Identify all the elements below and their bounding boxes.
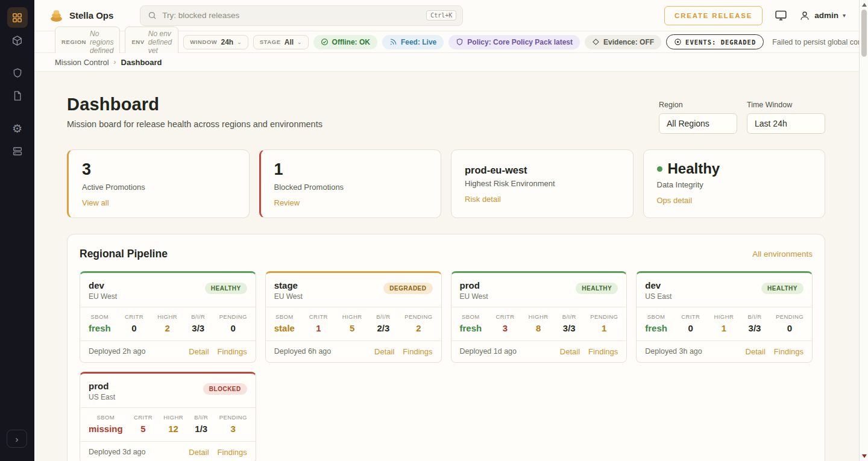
deployed-ago: Deployed 2h ago xyxy=(89,347,146,356)
review-link[interactable]: Review xyxy=(274,198,300,207)
metric-label: SBOM xyxy=(647,313,665,320)
chevron-down-icon: ⌄ xyxy=(237,39,242,45)
server-icon xyxy=(12,146,23,157)
evidence-status-chip[interactable]: Evidence: OFF xyxy=(585,35,661,49)
metric-label: PENDING xyxy=(404,313,432,320)
status-badge: HEALTHY xyxy=(576,283,618,294)
metric-label: PENDING xyxy=(590,313,618,320)
context-bar: REGION No regions defined ENV No env def… xyxy=(34,31,859,53)
search-input[interactable] xyxy=(162,11,421,20)
env-region: US East xyxy=(645,292,671,301)
env-name: dev xyxy=(645,280,671,290)
events-status-label: EVENTS: DEGRADED xyxy=(685,39,756,46)
healthy-dot xyxy=(657,166,662,172)
regional-pipeline-panel: Regional Pipeline All environments dev E… xyxy=(67,234,825,461)
user-name: admin xyxy=(814,11,838,20)
hive-logo-icon xyxy=(49,8,64,23)
app-window: ⚙ › Stella Ops Ctrl+K CREATE RELEASE xyxy=(0,0,859,461)
findings-link[interactable]: Findings xyxy=(588,347,618,356)
metric-value-sbom: fresh xyxy=(460,323,482,333)
summary-label: Blocked Promotions xyxy=(274,183,428,192)
gear-icon: ⚙ xyxy=(12,122,22,136)
user-menu[interactable]: admin ▾ xyxy=(799,10,846,21)
sidebar-expand-button[interactable]: › xyxy=(7,430,27,448)
metric-value-critr: 0 xyxy=(131,323,136,333)
findings-link[interactable]: Findings xyxy=(403,347,432,356)
all-environments-link[interactable]: All environments xyxy=(752,249,813,259)
events-status-chip[interactable]: EVENTS: DEGRADED xyxy=(666,34,764,49)
env-name: dev xyxy=(89,280,117,290)
scroll-down-arrow-icon[interactable] xyxy=(862,454,867,458)
search-box[interactable]: Ctrl+K xyxy=(140,5,463,26)
metric-value-bir: 1/3 xyxy=(195,424,207,434)
create-release-button[interactable]: CREATE RELEASE xyxy=(664,6,763,25)
page-content: Dashboard Mission board for release heal… xyxy=(34,72,859,461)
metric-value-pending: 0 xyxy=(787,323,792,333)
env-name: prod xyxy=(460,280,488,290)
summary-value: prod-eu-west xyxy=(465,161,620,175)
top-bar-right: CREATE RELEASE admin ▾ xyxy=(664,6,846,25)
detail-link[interactable]: Detail xyxy=(374,347,394,356)
scroll-up-arrow-icon[interactable] xyxy=(862,3,867,7)
summary-label: Highest Risk Environment xyxy=(465,179,620,188)
metric-label: PENDING xyxy=(219,313,247,320)
sidebar-item-releases[interactable] xyxy=(7,30,28,51)
breadcrumb-root[interactable]: Mission Control xyxy=(55,58,109,67)
detail-link[interactable]: Detail xyxy=(189,448,209,457)
metric-label: CRITR xyxy=(134,414,153,421)
metric-value-highr: 5 xyxy=(350,323,354,333)
detail-link[interactable]: Detail xyxy=(189,347,209,356)
env-region: EU West xyxy=(460,292,488,301)
env-region: US East xyxy=(89,393,115,401)
window-chip-label: WINDOW xyxy=(190,39,217,45)
check-circle-icon xyxy=(321,38,329,46)
env-region: EU West xyxy=(89,292,117,301)
summary-cards: 3 Active Promotions View all 1 Blocked P… xyxy=(67,149,825,218)
feed-status-chip[interactable]: Feed: Live xyxy=(382,35,444,49)
findings-link[interactable]: Findings xyxy=(774,347,804,356)
metric-value-pending: 0 xyxy=(231,323,236,333)
metric-label: PENDING xyxy=(219,414,247,421)
env-name: prod xyxy=(89,381,115,391)
environment-grid: dev EU West HEALTHY SBOMfresh CRITR0 HIG… xyxy=(80,271,813,461)
summary-value: 3 xyxy=(82,161,236,179)
risk-detail-link[interactable]: Risk detail xyxy=(465,195,501,204)
findings-link[interactable]: Findings xyxy=(218,448,247,457)
metric-label: B/I/R xyxy=(194,414,208,421)
summary-card-active-promotions: 3 Active Promotions View all xyxy=(67,149,250,218)
findings-link[interactable]: Findings xyxy=(218,347,247,356)
env-card-prod-us-east: prod US East BLOCKED SBOMmissing CRITR5 … xyxy=(80,372,256,461)
display-mode-button[interactable] xyxy=(775,9,787,22)
policy-status-label: Policy: Core Policy Pack latest xyxy=(467,38,573,46)
time-window-select[interactable]: Last 24h xyxy=(747,113,825,134)
metric-label: PENDING xyxy=(776,313,804,320)
metric-label: CRITR xyxy=(495,313,514,320)
sidebar-item-dashboard[interactable] xyxy=(7,7,28,28)
chevron-down-icon: ▾ xyxy=(843,12,846,19)
scrollbar-thumb[interactable] xyxy=(861,10,867,57)
breadcrumb: Mission Control › Dashboard xyxy=(34,53,859,72)
sidebar-item-security[interactable] xyxy=(7,63,28,83)
shield-icon xyxy=(456,38,464,46)
metric-value-sbom: missing xyxy=(89,424,123,434)
region-chip-label: REGION xyxy=(61,39,86,45)
sidebar-item-documents[interactable] xyxy=(7,86,28,106)
env-name: stage xyxy=(274,280,303,290)
policy-status-chip[interactable]: Policy: Core Policy Pack latest xyxy=(448,35,580,49)
view-all-link[interactable]: View all xyxy=(82,198,109,207)
ops-detail-link[interactable]: Ops detail xyxy=(657,196,693,205)
region-select[interactable]: All Regions xyxy=(659,113,737,134)
detail-link[interactable]: Detail xyxy=(560,347,580,356)
metric-value-sbom: fresh xyxy=(645,323,667,333)
detail-link[interactable]: Detail xyxy=(746,347,766,356)
scrollbar[interactable] xyxy=(859,0,868,461)
window-filter-chip[interactable]: WINDOW 24h ⌄ xyxy=(183,35,248,49)
stage-filter-chip[interactable]: STAGE All ⌄ xyxy=(253,35,309,49)
sidebar-item-settings[interactable]: ⚙ xyxy=(7,118,28,139)
monitor-icon xyxy=(775,9,787,22)
summary-value: 1 xyxy=(274,161,428,179)
sidebar-item-infrastructure[interactable] xyxy=(7,141,28,162)
metric-value-highr: 8 xyxy=(536,323,541,333)
offline-status-chip[interactable]: Offline: OK xyxy=(313,35,377,49)
sidebar: ⚙ › xyxy=(0,0,34,461)
